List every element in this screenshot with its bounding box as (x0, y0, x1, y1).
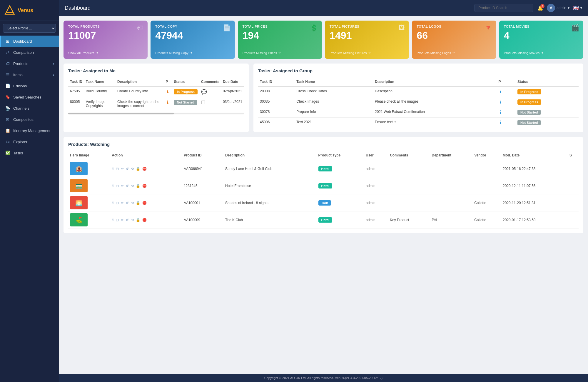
product-vendor-cell: Collette (472, 194, 501, 211)
edit-icon[interactable]: ✏ (120, 184, 124, 188)
info-icon[interactable]: ℹ (112, 201, 114, 205)
table-row: 20008 Cross Check Dates Description 🌡 In… (258, 86, 579, 97)
task-name-cell: Build Country (84, 86, 116, 97)
stat-card-products: 🏷 TOTAL PRODUCTS 11007 Show All Products… (64, 21, 148, 59)
product-comments-cell: Key Product (388, 211, 430, 228)
sidebar-item-itinerary[interactable]: 📋 Itinerary Management (0, 125, 59, 136)
lock-icon[interactable]: 🔒 (135, 218, 141, 222)
stat-link-pictures[interactable]: Products Missing Pictures ➜ (330, 51, 404, 55)
sidebar-item-channels[interactable]: 📡 Channels (0, 103, 59, 114)
undo-icon[interactable]: ⟲ (130, 201, 134, 205)
product-id-cell: AA100001 (182, 194, 223, 211)
notification-badge: 2 (540, 4, 544, 8)
stat-value-movies: 4 (504, 30, 579, 41)
g-task-status-cell: In Progress (516, 97, 579, 107)
product-user-cell: admin (364, 177, 388, 194)
stat-card-prices: 💲 TOTAL PRICES 194 Products Missing Pric… (238, 21, 322, 59)
col-action: Action (110, 151, 182, 160)
unlink-icon[interactable]: ⛔ (142, 184, 147, 188)
edit-icon[interactable]: ✏ (120, 166, 124, 171)
lock-icon[interactable]: 🔒 (135, 201, 141, 205)
sidebar-item-explorer[interactable]: 🗂 Explorer (0, 136, 59, 147)
tasks-mine-scroll[interactable]: Task ID Task Name Description P Status C… (68, 77, 244, 110)
info-icon[interactable]: ℹ (112, 166, 114, 171)
unlink-icon[interactable]: ⛔ (142, 218, 147, 222)
tasks-group-table: Task ID Task Name Description P Status 2… (258, 77, 579, 128)
tasks-group-scroll[interactable]: Task ID Task Name Description P Status 2… (258, 77, 579, 128)
col-priority: P (164, 77, 172, 86)
comparison-icon: ⇄ (5, 50, 10, 55)
undo-icon[interactable]: ⟲ (130, 218, 134, 222)
tasks-mine-title: Tasks: Assigned to Me (68, 68, 244, 73)
col-status: Status (172, 77, 199, 86)
copy-icon[interactable]: ⊟ (115, 218, 119, 222)
history-icon[interactable]: ↺ (125, 201, 129, 205)
undo-icon[interactable]: ⟲ (130, 184, 134, 188)
lock-icon[interactable]: 🔒 (135, 166, 141, 171)
sidebar-item-saved-searches[interactable]: 🔖 Saved Searches (0, 91, 59, 103)
product-s-cell (568, 160, 579, 177)
stat-card-pictures: 🖼 TOTAL PICTURES 1491 Products Missing P… (325, 21, 409, 59)
sidebar-item-tasks[interactable]: ✅ Tasks (0, 147, 59, 159)
copy-icon[interactable]: ⊟ (115, 184, 119, 188)
info-icon[interactable]: ℹ (112, 218, 114, 222)
stat-link-copy[interactable]: Products Missing Copy ➜ (155, 51, 230, 55)
g-task-status-cell: Not Started (516, 118, 579, 128)
edit-icon[interactable]: ✏ (120, 201, 124, 205)
stat-link-logos[interactable]: Products Missing Logos ➜ (417, 51, 491, 55)
stat-label-products: TOTAL PRODUCTS (68, 25, 143, 28)
g-task-desc-cell: 2021 Web Extract Comfirmation (373, 107, 497, 118)
tasks-icon: ✅ (5, 150, 10, 156)
admin-menu-button[interactable]: A admin ▾ (547, 4, 569, 12)
stat-link-prices[interactable]: Products Missing Prices ➜ (243, 51, 317, 55)
unlink-icon[interactable]: ⛔ (142, 201, 147, 205)
history-icon[interactable]: ↺ (125, 166, 129, 171)
g-task-priority-cell: 🌡 (497, 86, 516, 97)
product-type-cell: Tour (317, 194, 364, 211)
stat-cards-row: 🏷 TOTAL PRODUCTS 11007 Show All Products… (64, 21, 583, 59)
sidebar-item-products[interactable]: 🏷 Products ▸ (0, 58, 59, 69)
unlink-icon[interactable]: ⛔ (142, 166, 147, 171)
stat-link-products[interactable]: Show All Products ➜ (68, 51, 143, 55)
product-comments-cell (388, 194, 430, 211)
channels-icon: 📡 (5, 106, 10, 111)
g-task-id-cell: 45006 (258, 118, 295, 128)
history-icon[interactable]: ↺ (125, 218, 129, 222)
g-task-name-cell: Prepare Info (295, 107, 373, 118)
stat-label-pictures: TOTAL PICTURES (330, 25, 404, 28)
sidebar-item-dashboard[interactable]: ⊞ Dashboard (0, 36, 59, 47)
stat-link-movies[interactable]: Products Missing Movies ➜ (504, 51, 579, 55)
action-cell[interactable]: ℹ ⊟ ✏ ↺ ⟲ 🔒 ⛔ (110, 160, 182, 177)
action-cell[interactable]: ℹ ⊟ ✏ ↺ ⟲ 🔒 ⛔ (110, 211, 182, 228)
product-search-input[interactable] (475, 4, 533, 12)
info-icon[interactable]: ℹ (112, 184, 114, 188)
col-s: S (568, 151, 579, 160)
action-cell[interactable]: ℹ ⊟ ✏ ↺ ⟲ 🔒 ⛔ (110, 177, 182, 194)
sidebar-item-comparison[interactable]: ⇄ Comparison (0, 47, 59, 58)
g-task-id-cell: 20008 (258, 86, 295, 97)
copy-icon[interactable]: ⊟ (115, 166, 119, 171)
g-task-priority-cell: 🌡 (497, 118, 516, 128)
notifications-button[interactable]: 🔔 2 (537, 5, 543, 11)
chevron-right-icon-2: ▸ (53, 73, 55, 76)
col-department: Department (430, 151, 472, 160)
sidebar-item-items[interactable]: ☰ Items ▸ (0, 69, 59, 80)
profile-selector[interactable]: Select Profile ... (3, 24, 56, 33)
sidebar-item-editions[interactable]: 📄 Editions (0, 80, 59, 91)
product-user-cell: admin (364, 160, 388, 177)
table-row: ⛳ ℹ ⊟ ✏ ↺ ⟲ 🔒 ⛔ AA100009 The K Club Hote… (68, 211, 579, 228)
undo-icon[interactable]: ⟲ (130, 166, 134, 171)
products-icon: 🏷 (5, 61, 10, 66)
task-status-cell: In Progress (172, 86, 199, 97)
copy-icon[interactable]: ⊟ (115, 201, 119, 205)
g-task-priority-cell: 🌡 (497, 97, 516, 107)
svg-marker-0 (5, 6, 14, 14)
lock-icon[interactable]: 🔒 (135, 184, 141, 188)
g-task-desc-cell: Description (373, 86, 497, 97)
action-cell[interactable]: ℹ ⊟ ✏ ↺ ⟲ 🔒 ⛔ (110, 194, 182, 211)
sidebar-item-composites[interactable]: ⊡ Composites (0, 114, 59, 125)
language-button[interactable]: 🇬🇧 ▾ (573, 5, 582, 11)
history-icon[interactable]: ↺ (125, 184, 129, 188)
edit-icon[interactable]: ✏ (120, 218, 124, 222)
profile-dropdown[interactable]: Select Profile ... (3, 24, 56, 33)
